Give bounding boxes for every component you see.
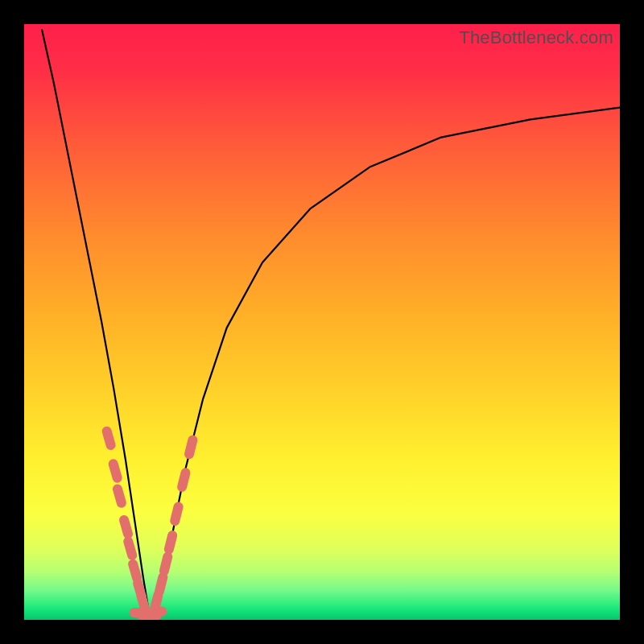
curve-marker bbox=[176, 467, 192, 493]
curve-marker bbox=[151, 607, 167, 617]
curve-marker bbox=[101, 425, 117, 451]
curve-marker bbox=[111, 483, 127, 509]
markers-right-branch bbox=[149, 434, 199, 614]
curve-marker bbox=[184, 434, 199, 460]
curve-marker bbox=[154, 572, 169, 597]
curve-marker bbox=[159, 551, 174, 576]
curve-marker bbox=[169, 501, 184, 526]
bottleneck-curve bbox=[24, 24, 620, 620]
curve-marker bbox=[118, 514, 134, 540]
curve-marker bbox=[107, 458, 123, 484]
markers-left-branch bbox=[101, 425, 151, 616]
curve-marker bbox=[122, 535, 138, 561]
plot-area: TheBottleneck.com bbox=[24, 24, 620, 620]
chart-frame: TheBottleneck.com bbox=[0, 0, 644, 644]
curve-marker bbox=[163, 530, 179, 555]
